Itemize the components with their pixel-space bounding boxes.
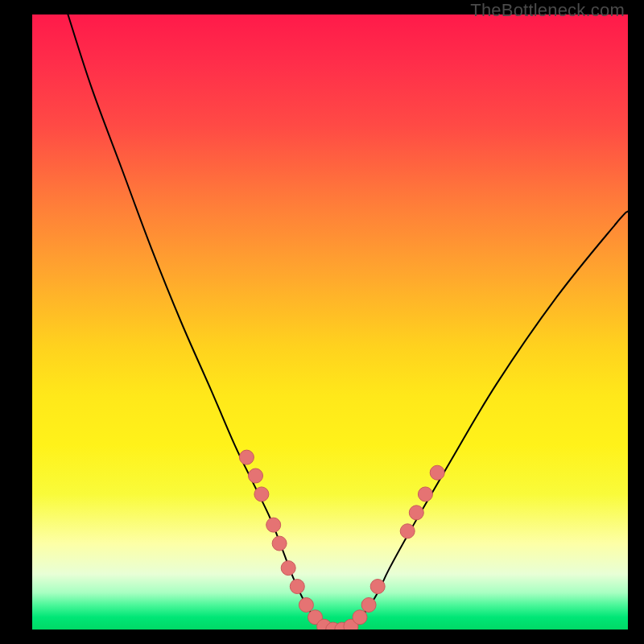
data-marker xyxy=(254,487,269,502)
data-marker xyxy=(290,580,304,594)
data-marker xyxy=(430,465,444,480)
data-marker xyxy=(249,469,263,483)
bottleneck-curve xyxy=(68,14,628,630)
data-marker xyxy=(418,487,432,502)
plot-area xyxy=(32,14,628,630)
chart-frame: TheBottleneck.com xyxy=(0,0,644,644)
data-marker xyxy=(409,506,423,520)
data-marker xyxy=(281,561,295,576)
watermark-text: TheBottleneck.com xyxy=(470,0,625,21)
data-marker xyxy=(361,597,376,612)
data-marker xyxy=(272,536,287,551)
data-marker xyxy=(400,524,415,539)
data-marker xyxy=(353,610,367,625)
data-marker xyxy=(299,597,313,612)
data-marker xyxy=(239,450,254,464)
data-marker xyxy=(370,580,385,594)
data-marker xyxy=(266,518,281,532)
chart-svg xyxy=(32,14,628,630)
marker-group xyxy=(239,450,444,630)
